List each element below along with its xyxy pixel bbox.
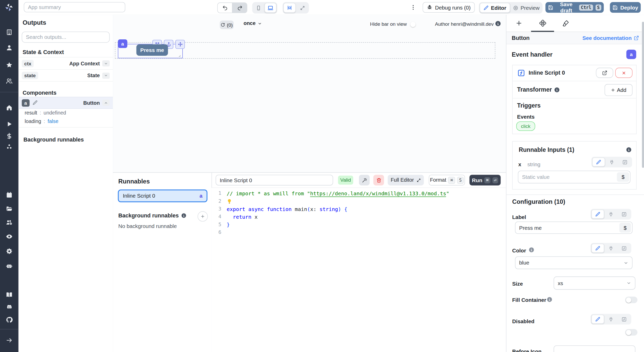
corner-resize-icon[interactable] [177,53,181,58]
star-icon[interactable] [6,61,13,68]
tab-preview[interactable]: Preview [511,3,542,12]
eval-mode-button[interactable] [618,210,630,219]
debug-runs-button[interactable]: Debug runs (0) [423,2,475,13]
code-line[interactable]: 2 [211,197,506,205]
format-button[interactable]: Format ⌘ S [429,175,465,185]
building-icon[interactable] [6,29,13,36]
connect-mode-button[interactable] [605,244,617,253]
static-mode-button[interactable] [591,315,604,324]
users-gear-icon[interactable] [6,219,13,226]
dollar-template-button[interactable]: $ [619,223,631,233]
users-icon[interactable] [6,77,13,84]
open-script-button[interactable] [596,68,613,78]
play-icon[interactable] [6,121,13,128]
folder-icon[interactable] [6,205,13,212]
label-value-input[interactable] [515,222,632,234]
eye-icon[interactable] [6,233,13,240]
code-line[interactable]: 1// import * as wmill from "https://deno… [211,190,506,197]
code-line[interactable]: 4 return x [211,213,506,221]
app-canvas[interactable]: (0) once Hide bar on view Author henri@w… [113,15,506,172]
fill-container-toggle[interactable] [625,297,638,303]
deploy-button[interactable]: Deploy [610,2,641,13]
styling-tab[interactable] [562,20,569,27]
full-editor-button[interactable]: Full Editor [388,175,424,185]
state-expand-button[interactable] [102,72,110,78]
rename-pencil-icon[interactable] [32,100,38,105]
script-name-input[interactable] [216,175,333,185]
before-icon-select[interactable] [554,345,635,352]
code-line[interactable]: 6 [211,228,506,236]
eval-mode-button[interactable] [618,244,630,253]
output-row-ctx[interactable]: ctx App Context [19,57,113,69]
info-icon[interactable] [529,247,534,253]
dollar-icon[interactable] [6,133,13,139]
mobile-view-button[interactable] [253,3,264,12]
fullscreen-button[interactable] [296,3,308,12]
move-component-button[interactable] [175,40,185,49]
discord-icon[interactable] [6,304,13,311]
static-mode-button[interactable] [591,244,604,253]
tab-editor[interactable]: Editor [480,3,510,13]
kebab-menu-icon[interactable] [410,4,417,11]
component-collapse-button[interactable] [102,100,110,106]
add-background-runnable-button[interactable] [198,211,208,222]
redo-icon [237,5,242,11]
book-icon[interactable] [6,291,13,298]
code-line[interactable]: 5} [211,221,506,228]
dollar-template-button[interactable]: $ [617,172,629,182]
schedule-dropdown[interactable]: once [243,21,262,26]
kbd-cmd: ⌘ [484,177,490,183]
info-icon[interactable] [554,87,560,93]
home-icon[interactable] [6,104,13,111]
eval-mode-button[interactable] [618,315,630,324]
eval-mode-button[interactable] [618,157,631,166]
delete-script-button[interactable] [373,175,384,185]
remove-script-button[interactable] [615,68,632,78]
ai-wand-button[interactable] [359,175,369,185]
robot-icon[interactable] [6,262,13,269]
connect-mode-button[interactable] [605,210,617,219]
component-settings-tab[interactable] [539,20,546,27]
run-button[interactable]: Run ⌘ ⏎ [469,175,501,185]
windmill-logo-icon[interactable] [5,3,14,12]
press-me-button[interactable]: Press me [136,44,168,56]
arrow-right-icon[interactable] [6,337,13,344]
code-editor[interactable]: 1// import * as wmill from "https://deno… [211,188,506,352]
search-outputs-input[interactable] [22,32,110,43]
lightbulb-icon[interactable] [227,199,232,204]
add-transformer-button[interactable]: Add [605,84,632,96]
static-mode-button[interactable] [591,210,604,219]
static-mode-button[interactable] [592,157,605,166]
user-icon[interactable] [6,44,13,51]
plus-icon [611,88,615,92]
center-content-button[interactable] [283,3,296,13]
gear-icon[interactable] [6,248,13,255]
info-icon[interactable] [547,297,552,302]
info-icon[interactable] [495,21,501,27]
runnable-item-inline-script-0[interactable]: Inline Script 0 a [118,190,208,202]
github-icon[interactable] [6,316,13,323]
ctx-expand-button[interactable] [102,60,110,66]
redo-button[interactable] [232,3,247,13]
refresh-button[interactable]: (0) [220,21,234,29]
connect-mode-button[interactable] [605,315,617,324]
color-select[interactable]: blue [515,256,632,269]
boxes-icon[interactable] [6,144,13,151]
code-line[interactable]: 3export async function main(x: string) { [211,205,506,213]
connect-mode-button[interactable] [605,157,618,166]
component-row-a[interactable]: a Button [19,97,113,109]
app-summary-input[interactable] [24,2,125,12]
see-documentation-link[interactable]: See documentation [582,35,639,41]
add-component-tab[interactable] [515,20,522,27]
save-draft-button[interactable]: Save draft Ctrl S [545,2,604,13]
static-value-input[interactable] [518,171,631,183]
disabled-toggle[interactable] [625,329,638,336]
info-icon[interactable] [181,213,187,218]
calendar-icon[interactable] [6,192,13,199]
output-row-state[interactable]: state State [19,69,113,82]
undo-button[interactable] [218,3,232,13]
info-icon[interactable] [626,147,632,153]
panel-scrollbar[interactable] [642,22,644,168]
desktop-view-button[interactable] [265,3,276,13]
size-select[interactable]: xs [554,277,635,290]
